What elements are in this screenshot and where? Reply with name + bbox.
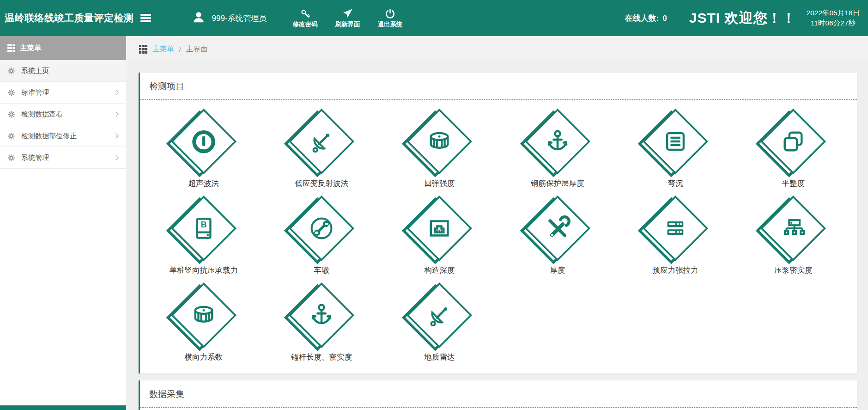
project-item[interactable]: 弯沉 <box>616 106 734 189</box>
app-title: 温岭联络线竣工质量评定检测 <box>0 12 134 24</box>
diamond-badge <box>640 106 710 177</box>
diamond-badge <box>286 280 357 350</box>
sidebar-item[interactable]: 检测数据查看 <box>0 104 126 125</box>
date-line: 2022年05月18日 <box>807 8 860 18</box>
collection-card-title: 数据采集 <box>140 380 857 407</box>
diamond-badge <box>522 106 593 177</box>
online-count-value: 0 <box>662 14 667 23</box>
sidebar-item[interactable]: 系统主页 <box>0 60 126 82</box>
collection-card: 数据采集 <box>139 380 857 410</box>
breadcrumb-root[interactable]: 主菜单 <box>152 44 174 54</box>
sidebar-item[interactable]: 检测数据部位修正 <box>0 125 126 147</box>
diamond-badge <box>758 106 828 177</box>
diamond-badge <box>169 106 239 177</box>
content: 检测项目 超声波法 <box>126 62 868 410</box>
menu-grid-icon <box>7 44 15 52</box>
diamond-badge <box>286 106 357 177</box>
diamond-badge: B <box>169 193 239 263</box>
gear-icon <box>7 132 15 140</box>
project-label: 锚杆长度、密实度 <box>291 352 352 362</box>
project-item[interactable]: 锚杆长度、密实度 <box>262 280 380 362</box>
project-label: 横向力系数 <box>184 352 223 362</box>
chevron-right-icon <box>113 155 118 160</box>
datetime: 2022年05月18日 11时06分27秒 <box>807 8 860 29</box>
send-icon <box>342 8 353 19</box>
project-item[interactable]: 低应变反射波法 <box>262 106 380 189</box>
svg-text:B: B <box>200 220 206 229</box>
project-item[interactable]: 平整度 <box>734 106 852 189</box>
key-icon <box>300 8 310 19</box>
projects-card: 检测项目 超声波法 <box>139 73 857 373</box>
sidebar: 主菜单 系统主页 <box>0 36 126 410</box>
sidebar-item[interactable]: 系统管理 <box>0 147 126 169</box>
breadcrumb-grid-icon <box>139 45 147 53</box>
diamond-badge <box>286 193 357 263</box>
welcome-banner: JSTI 欢迎您！！ <box>689 9 796 28</box>
diamond-badge <box>640 193 710 263</box>
project-label: 平整度 <box>782 178 805 189</box>
project-item[interactable]: 车辙 <box>262 193 380 275</box>
gear-icon <box>7 110 15 118</box>
sidebar-header: 主菜单 <box>0 36 126 60</box>
project-label: 预应力张拉力 <box>652 265 698 275</box>
projects-card-title: 检测项目 <box>140 73 857 99</box>
gear-icon <box>7 67 15 75</box>
project-label: 压浆密实度 <box>774 265 813 275</box>
project-item[interactable]: 压浆密实度 <box>734 193 852 275</box>
project-item[interactable]: 钢筋保护层厚度 <box>498 106 616 189</box>
chevron-right-icon <box>113 111 118 116</box>
sidebar-footer-bar <box>0 405 126 410</box>
main-area: 主菜单 / 主界面 检测项目 <box>126 36 868 410</box>
project-item[interactable]: 横向力系数 <box>145 280 262 362</box>
diamond-badge <box>758 193 828 263</box>
hamburger-menu-icon[interactable] <box>140 12 151 24</box>
project-item[interactable]: 超声波法 <box>145 106 262 189</box>
breadcrumb: 主菜单 / 主界面 <box>126 36 868 62</box>
project-item[interactable]: B 单桩竖向抗压承载力 <box>145 193 262 275</box>
dashed-divider <box>140 407 857 408</box>
header-actions: 修改密码 刷新界面 退出系统 <box>291 8 405 29</box>
sidebar-item[interactable]: 标准管理 <box>0 82 126 104</box>
diamond-badge <box>404 106 474 177</box>
project-item[interactable]: 预应力张拉力 <box>616 193 734 275</box>
project-item[interactable]: 厚度 <box>498 193 616 275</box>
project-item[interactable]: 构造深度 <box>381 193 498 275</box>
gear-icon <box>7 154 15 162</box>
project-label: 回弹强度 <box>424 178 455 189</box>
top-header: 温岭联络线竣工质量评定检测 999-系统管理员 修改密码 刷新界面 退出系统 在… <box>0 0 868 36</box>
projects-grid: 超声波法 低应变反射波法 <box>140 100 857 373</box>
breadcrumb-separator: / <box>179 45 181 54</box>
project-label: 构造深度 <box>424 265 455 275</box>
project-label: 单桩竖向抗压承载力 <box>169 265 238 275</box>
user-info[interactable]: 999-系统管理员 <box>192 10 267 26</box>
online-count: 在线人数:0 <box>625 13 667 24</box>
power-icon <box>385 8 395 19</box>
diamond-badge <box>404 280 474 350</box>
chevron-right-icon <box>113 133 118 138</box>
project-label: 钢筋保护层厚度 <box>531 178 584 189</box>
project-item[interactable]: 回弹强度 <box>381 106 498 189</box>
chevron-right-icon <box>113 90 118 95</box>
project-label: 地质雷达 <box>424 352 455 362</box>
breadcrumb-current: 主界面 <box>186 44 208 54</box>
diamond-badge <box>404 193 474 263</box>
project-label: 厚度 <box>550 265 565 275</box>
header-action-button[interactable]: 退出系统 <box>376 8 405 29</box>
time-line: 11时06分27秒 <box>807 18 860 28</box>
gear-icon <box>7 89 15 97</box>
diamond-badge <box>522 193 593 263</box>
project-label: 超声波法 <box>188 178 219 189</box>
project-label: 弯沉 <box>668 178 683 189</box>
user-name: 999-系统管理员 <box>212 13 267 24</box>
project-label: 车辙 <box>314 265 329 275</box>
user-avatar-icon <box>192 10 206 26</box>
project-label: 低应变反射波法 <box>295 178 348 189</box>
diamond-badge <box>169 280 239 350</box>
project-item[interactable]: 地质雷达 <box>381 280 498 362</box>
header-action-button[interactable]: 修改密码 <box>291 8 320 29</box>
sidebar-menu: 系统主页 标准管理 <box>0 60 126 169</box>
header-action-button[interactable]: 刷新界面 <box>334 8 362 29</box>
